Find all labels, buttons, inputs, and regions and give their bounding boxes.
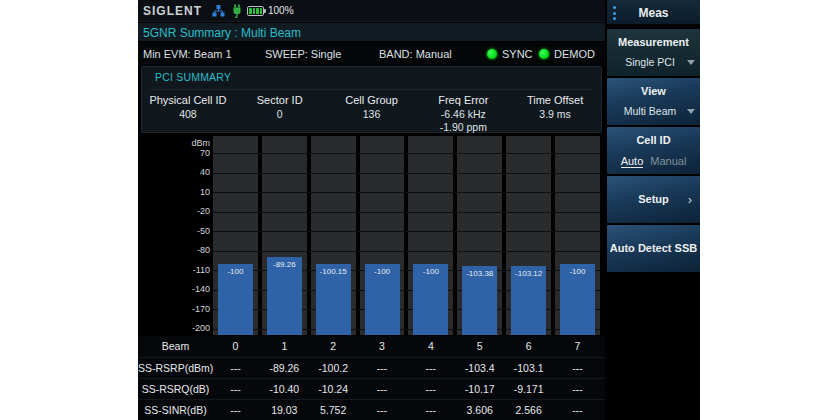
beam-bar-value-label: -100 (360, 267, 405, 276)
table-row-label: SS-RSRQ(dB) (138, 379, 213, 400)
dropdown-arrow-icon (687, 60, 695, 65)
sidebar-button-title: Measurement (607, 36, 700, 48)
beam-bar-value-label: -100.15 (311, 267, 356, 276)
table-cell: --- (360, 400, 405, 420)
beam-results-table: Beam01234567SS-RSRP(dBm)----89.26-100.2-… (138, 336, 605, 420)
table-row-label: SS-RSRP(dBm) (138, 358, 213, 379)
table-cell: -10.17 (457, 379, 502, 400)
table-row: SS-RSRP(dBm)----89.26-100.2-------103.4-… (138, 357, 605, 378)
table-cell: -103.4 (457, 358, 502, 379)
chart-y-tick: -50 (138, 226, 210, 236)
table-cell: --- (213, 379, 258, 400)
chart-y-tick: -140 (138, 284, 210, 294)
sidebar-button-title: View (607, 85, 700, 97)
sidebar-button-value: Single PCI (607, 56, 693, 68)
chart-y-tick: 40 (138, 167, 210, 177)
chart-gridline (213, 212, 600, 213)
table-cell: --- (555, 400, 600, 420)
page-background: SIGLENT 100% 5GNR Summary : Multi Beam M… (0, 0, 840, 420)
table-cell: 2 (311, 336, 356, 357)
table-cell: 0 (213, 336, 258, 357)
table-cell: --- (213, 400, 258, 420)
chart-gridline (213, 231, 600, 232)
table-cell: -10.24 (311, 379, 356, 400)
sidebar-button-value: Multi Beam (607, 105, 693, 117)
table-cell: --- (360, 379, 405, 400)
chart-gridline (213, 192, 600, 193)
submenu-arrow-icon: › (688, 176, 692, 223)
table-cell: --- (555, 379, 600, 400)
table-cell: -9.171 (506, 379, 551, 400)
chart-y-tick: -20 (138, 206, 210, 216)
sidebar-title: Meas (607, 0, 700, 26)
toggle-option-manual[interactable]: Manual (650, 155, 686, 167)
table-row-label: SS-SINR(dB) (138, 400, 213, 420)
beam-bar-value-label: -100 (408, 267, 453, 276)
toggle-options: AutoManual (607, 155, 700, 167)
chart-gridline (213, 251, 600, 252)
table-cell: --- (408, 379, 453, 400)
beam-bar-value-label: -100 (555, 267, 600, 276)
table-cell: 4 (408, 336, 453, 357)
chart-y-axis-unit: dBm (138, 138, 210, 148)
chart-y-tick: -170 (138, 304, 210, 314)
table-cell: 6 (506, 336, 551, 357)
table-cell: -10.40 (262, 379, 307, 400)
sidebar-button-title: Cell ID (607, 134, 700, 146)
table-cell: 1 (262, 336, 307, 357)
sidebar-button-title: Setup (607, 176, 700, 223)
table-row: Beam01234567 (138, 336, 605, 357)
sidebar-button-setup[interactable]: Setup› (607, 176, 700, 223)
table-cell: --- (555, 358, 600, 379)
table-row-label: Beam (138, 336, 213, 357)
table-cell: --- (408, 358, 453, 379)
sidebar-button-measurement[interactable]: MeasurementSingle PCI (607, 29, 700, 76)
sidebar-menu: Meas MeasurementSingle PCIViewMulti Beam… (607, 0, 700, 420)
table-cell: --- (213, 358, 258, 379)
chart-y-tick: 70 (138, 148, 210, 158)
table-cell: 3.606 (457, 400, 502, 420)
dropdown-arrow-icon (687, 109, 695, 114)
sidebar-button-auto-detect-ssb[interactable]: Auto Detect SSB (607, 225, 700, 272)
beam-bar-value-label: -89.26 (262, 260, 307, 269)
chart-gridline (213, 173, 600, 174)
sidebar-header: Meas (607, 0, 700, 26)
table-row: SS-RSRQ(dB)----10.40-10.24-------10.17-9… (138, 378, 605, 399)
table-cell: --- (408, 400, 453, 420)
table-cell: 2.566 (506, 400, 551, 420)
beam-bar-value-label: -103.38 (457, 269, 502, 278)
analyzer-screen: SIGLENT 100% 5GNR Summary : Multi Beam M… (138, 0, 700, 420)
sidebar-button-cell-id[interactable]: Cell IDAutoManual (607, 127, 700, 174)
chart-y-tick: -80 (138, 245, 210, 255)
beam-bar-value-label: -103.12 (506, 269, 551, 278)
table-cell: -103.1 (506, 358, 551, 379)
beam-bar-value-label: -100 (213, 267, 258, 276)
sidebar-button-title: Auto Detect SSB (607, 225, 700, 272)
table-cell: --- (360, 358, 405, 379)
table-cell: -89.26 (262, 358, 307, 379)
chart-y-tick: -200 (138, 323, 210, 333)
chart-y-tick: 10 (138, 187, 210, 197)
sidebar-button-view[interactable]: ViewMulti Beam (607, 78, 700, 125)
table-cell: 3 (360, 336, 405, 357)
table-cell: 7 (555, 336, 600, 357)
table-cell: 5 (457, 336, 502, 357)
chart-y-tick: -110 (138, 265, 210, 275)
table-row: SS-SINR(dB)---19.035.752------3.6062.566… (138, 399, 605, 420)
toggle-option-auto[interactable]: Auto (621, 155, 644, 168)
chart-gridline (213, 153, 600, 154)
table-cell: 19.03 (262, 400, 307, 420)
table-cell: 5.752 (311, 400, 356, 420)
table-cell: -100.2 (311, 358, 356, 379)
